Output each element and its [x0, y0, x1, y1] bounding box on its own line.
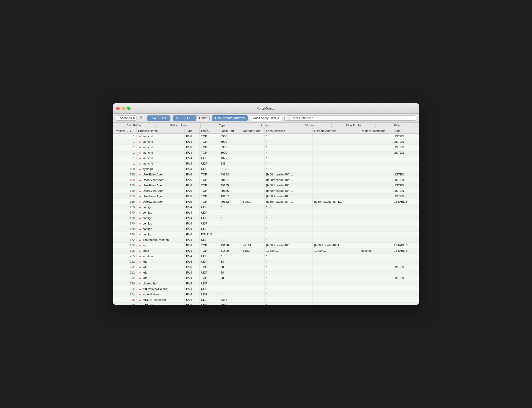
table-row[interactable]: 234🔺 loginwindowIPv4UDP**: [113, 292, 419, 297]
col-header-laddr[interactable]: Local Address: [264, 128, 312, 134]
table-row[interactable]: 1🔺 launchdIPv6TCP5900*LISTEN: [113, 134, 419, 139]
cell-laddr: *: [264, 221, 312, 226]
cell-pid: 1: [113, 161, 137, 166]
cell-pname: 🔺 kdc: [137, 275, 185, 281]
search-input[interactable]: [291, 116, 414, 120]
cell-type: IPv4: [184, 248, 199, 254]
table-row[interactable]: 179🔺 logdIPv6TCP4915849191[fe80:4::aede:…: [113, 243, 419, 248]
cell-pid: 298: [113, 297, 137, 303]
col-header-pname[interactable]: Process Name: [137, 128, 185, 134]
table-row[interactable]: 159🔺 UserEventAgentIPv6TCP49153[fe80:4::…: [113, 172, 419, 177]
cell-pid: 1: [113, 155, 137, 161]
table-row[interactable]: 159🔺 UserEventAgentIPv6TCP4915259602[fe8…: [113, 199, 419, 205]
cell-state: [392, 259, 419, 264]
table-row[interactable]: 159🔺 UserEventAgentIPv6TCP49155[fe80:4::…: [113, 183, 419, 188]
ipv6-button[interactable]: IPv6: [159, 115, 170, 121]
table-row[interactable]: 170🔺 configdIPv4UDP**: [113, 226, 419, 232]
col-header-state[interactable]: State: [392, 128, 419, 134]
cell-pname: 🔺 UserEventAgent: [137, 194, 185, 199]
col-header-rhost[interactable]: Remote Hostname: [359, 128, 392, 134]
table-row[interactable]: 159🔺 UserEventAgentIPv6TCP49154[fe80:4::…: [113, 177, 419, 183]
table-row[interactable]: 1🔺 launchdIPv4TCP5900*LISTEN: [113, 150, 419, 155]
cell-proto: TCP: [199, 172, 219, 177]
table-row[interactable]: 158🔺 syslogdIPv4UDP61387*: [113, 166, 419, 172]
table-row[interactable]: 172🔺 iStatMenusDaemonIPv4UDP**: [113, 237, 419, 243]
cell-type: IPv4: [184, 270, 199, 275]
cell-state: ESTABLIS: [392, 199, 419, 205]
table-row[interactable]: 220🔺 bluetoothdIPv4UDP**: [113, 281, 419, 286]
has-remote-address-button[interactable]: Has Remote Address: [212, 115, 248, 121]
cell-raddr: [312, 166, 359, 172]
connections-table-container: Process... ▲ Process Name Type Proto... …: [113, 128, 419, 305]
table-row[interactable]: 159🔺 UserEventAgentIPv6TCP49156[fe80:4::…: [113, 188, 419, 194]
cell-laddr: *: [264, 205, 312, 210]
col-header-lport[interactable]: Local Port: [219, 128, 241, 134]
table-row[interactable]: 205🔺 locationdIPv4UDP**: [113, 254, 419, 259]
tcp-button[interactable]: TCP: [173, 115, 185, 121]
col-header-raddr[interactable]: Remote Address: [312, 128, 359, 134]
cell-pname: 🔺 launchd: [137, 134, 185, 139]
cell-laddr: *: [264, 281, 312, 286]
cell-rhost: [359, 177, 392, 183]
cell-state: LISTEN: [392, 134, 419, 139]
table-row[interactable]: 1🔺 launchdIPv4UDP137*: [113, 155, 419, 161]
ipv4-button[interactable]: IPv4: [147, 115, 159, 121]
table-row[interactable]: 159🔺 UserEventAgentIPv6TCP49157[fe80:4::…: [113, 194, 419, 199]
cell-rhost: [359, 139, 392, 145]
cell-laddr: *: [264, 145, 312, 150]
table-row[interactable]: 298🔺 mDNSResponderIPv6UDP5353*: [113, 303, 419, 305]
refresh-now-button[interactable]: ↻: [139, 115, 145, 121]
table-row[interactable]: 170🔺 configdIPv4UDP**: [113, 205, 419, 210]
cell-pid: 159: [113, 183, 137, 188]
table-row[interactable]: 212🔺 kdcIPv6UDP88*: [113, 259, 419, 264]
col-header-pid[interactable]: Process... ▲: [113, 128, 137, 134]
cell-laddr: *: [264, 232, 312, 237]
table-row[interactable]: 212🔺 kdcIPv6TCP88*LISTEN: [113, 264, 419, 270]
table-row[interactable]: 1🔺 launchdIPv4TCP5900*LISTEN: [113, 139, 419, 145]
other-button[interactable]: Other: [196, 115, 209, 121]
maximize-button[interactable]: [127, 107, 131, 110]
table-row[interactable]: 298🔺 mDNSResponderIPv4UDP5353*: [113, 297, 419, 303]
cell-rhost: [359, 134, 392, 139]
search-box[interactable]: 🔍: [284, 115, 416, 121]
cell-pid: 198: [113, 248, 137, 254]
table-row[interactable]: 170🔺 configdIPv4UDP**: [113, 215, 419, 221]
udp-button[interactable]: UDP: [185, 115, 196, 121]
cell-laddr: *: [264, 150, 312, 155]
subbar-refresh-now: Refresh Now: [157, 123, 200, 128]
chevron-updown-icon2: ⇅: [277, 117, 279, 119]
col-header-proto[interactable]: Proto...: [199, 128, 219, 134]
cell-type: IPv6: [184, 194, 199, 199]
cell-proto: TCP: [199, 243, 219, 248]
table-row[interactable]: 1🔺 launchdIPv6TCP5900*LISTEN: [113, 145, 419, 150]
refresh-interval-selector[interactable]: 2 seconds ⇅: [116, 115, 137, 121]
cell-proto: TCP: [199, 188, 219, 194]
cell-proto: TCP: [199, 199, 219, 205]
table-row[interactable]: 198🔺 apsdIPv4TCP518906152127.0.0.1127.0.…: [113, 248, 419, 254]
table-row[interactable]: 170🔺 configdIPv4UDP**: [113, 210, 419, 215]
cell-proto: UDP: [199, 226, 219, 232]
cell-pname: 🔺 AirPlayXPCHelper: [137, 286, 185, 292]
cell-pname: 🔺 UserEventAgent: [137, 199, 185, 205]
table-row[interactable]: 212🔺 kdcIPv4TCP88*LISTEN: [113, 275, 419, 281]
col-header-type[interactable]: Type: [184, 128, 199, 134]
col-header-rport[interactable]: Remote Port: [241, 128, 265, 134]
close-button[interactable]: [116, 107, 120, 110]
cell-rport: [241, 286, 265, 292]
table-row[interactable]: 170🔺 configdIPv4UDP**: [113, 221, 419, 226]
cell-rport: 49191: [241, 243, 265, 248]
cell-pname: 🔺 configd: [137, 210, 185, 215]
table-row[interactable]: 225🔺 AirPlayXPCHelperIPv4UDP**: [113, 286, 419, 292]
dont-apply-filter-button[interactable]: Don't Apply Filter ⇅: [250, 115, 282, 121]
cell-state: [392, 161, 419, 166]
cell-proto: UDP: [199, 259, 219, 264]
cell-pname: 🔺 logd: [137, 243, 185, 248]
subbar-type: Type: [201, 123, 244, 128]
table-row[interactable]: 212🔺 kdcIPv4UDP88*: [113, 270, 419, 275]
minimize-button[interactable]: [122, 107, 125, 110]
table-row[interactable]: 170🔺 configdIPv6ICMPV6**: [113, 232, 419, 237]
cell-rport: [241, 145, 265, 150]
table-row[interactable]: 1🔺 launchdIPv4UDP138*: [113, 161, 419, 166]
cell-rport: [241, 188, 265, 194]
cell-pid: 170: [113, 205, 137, 210]
